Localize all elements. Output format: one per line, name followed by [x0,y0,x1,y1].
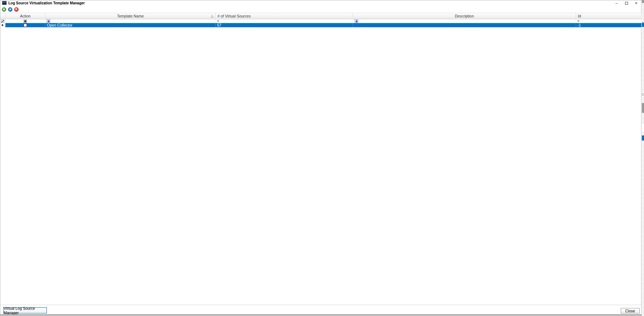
template-name-filter-icon[interactable] [47,19,50,23]
close-dialog-button[interactable]: Close [621,308,640,313]
num-virtual-sources-value: 57 [217,23,221,27]
maximize-button[interactable] [621,0,631,6]
column-header-id[interactable]: Id [576,13,641,19]
background-window-fragment [642,0,644,3]
footer-bar: Virtual Log Source Manager Close [0,305,641,314]
cell-description[interactable] [353,23,576,27]
window-title: Log Source Virtualization Template Manag… [8,0,85,6]
column-header-num-virtual-sources[interactable]: # of Virtual Sources [216,13,353,19]
description-filter-icon[interactable] [355,19,358,23]
filter-row-indicator-cell [0,19,5,23]
filter-cell-id[interactable]: = [576,19,641,23]
active-row-arrow-icon [2,24,4,26]
virtual-log-source-manager-label: Virtual Log Source Manager [4,306,47,315]
minimize-icon: – [615,0,617,6]
equals-operator-icon: = [216,20,219,23]
screen: Log Source Virtualization Template Manag… [0,0,644,316]
maximize-icon [625,2,628,5]
background-window-text-fragment: C [642,93,644,96]
column-header-description-label: Description [455,14,474,18]
filter-cell-template-name[interactable] [45,19,216,23]
column-header-id-label: Id [578,14,581,18]
edit-pencil-icon [9,8,11,11]
filter-cell-description[interactable] [353,19,576,23]
background-window-fragment [642,23,644,27]
background-window-sliver: C [642,0,644,316]
column-header-num-virtual-sources-label: # of Virtual Sources [217,14,251,18]
filter-row-pencil-icon [1,20,4,23]
column-header-template-name[interactable]: Template Name △ [45,13,216,19]
cell-template-name[interactable]: Open Collector [45,23,216,27]
window-bottom-edge [0,315,642,316]
background-window-fragment [642,124,644,132]
background-scrollbar-thumb-fragment [642,103,644,113]
template-name-value: Open Collector [47,23,72,27]
equals-operator-icon: = [576,20,579,23]
filter-cell-num-virtual-sources[interactable]: = [216,19,353,23]
action-checkbox-unchecked[interactable] [24,24,27,27]
column-header-template-name-label: Template Name [117,14,144,18]
delete-template-button[interactable] [14,7,19,12]
column-header-description[interactable]: Description [353,13,576,19]
app-icon [2,1,7,5]
sort-ascending-icon: △ [211,14,213,18]
action-filter-checkbox[interactable] [24,20,27,23]
column-header-action-label: Action [20,14,31,18]
grid-filter-row: = = [0,19,641,23]
row-selector-cell[interactable] [0,23,5,27]
window-controls: – × [612,0,641,6]
edit-template-button[interactable] [8,7,12,12]
close-icon: × [635,0,638,6]
filter-cell-action[interactable] [5,19,45,23]
titlebar: Log Source Virtualization Template Manag… [0,0,641,6]
column-header-action[interactable]: Action [5,13,45,19]
cell-action[interactable] [5,23,45,27]
id-value: -1 [577,23,581,27]
toolbar [0,6,641,13]
close-button[interactable]: × [631,0,641,6]
cell-num-virtual-sources[interactable]: 57 [216,23,353,27]
background-window-fragment [642,135,644,141]
virtual-log-source-manager-button[interactable]: Virtual Log Source Manager [3,307,47,313]
table-row-open-collector[interactable]: Open Collector 57 -1 [0,23,641,27]
minimize-button[interactable]: – [612,0,621,6]
grid-header-row: Action Template Name △ # of Virtual Sour… [0,13,641,19]
close-dialog-label: Close [625,309,635,313]
header-row-selector [0,13,5,19]
template-manager-window: Log Source Virtualization Template Manag… [0,0,641,315]
add-template-button[interactable] [2,7,6,12]
cell-id[interactable]: -1 [576,23,641,27]
